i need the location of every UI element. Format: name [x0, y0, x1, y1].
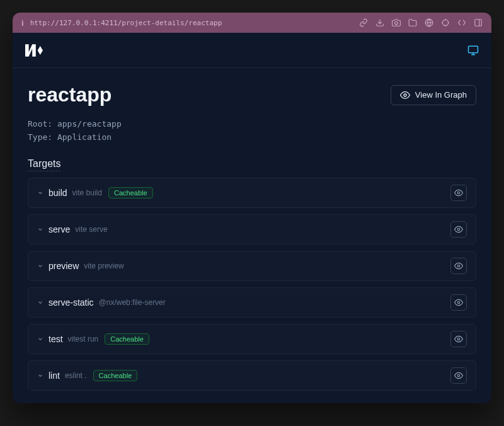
view-target-button[interactable]: [450, 221, 467, 238]
target-command: vite preview: [84, 262, 123, 270]
svg-point-17: [457, 265, 460, 267]
devtools-icon[interactable]: [457, 18, 466, 27]
view-target-button[interactable]: [450, 185, 467, 201]
svg-point-15: [457, 192, 460, 194]
title-row: reactapp View In Graph: [28, 83, 476, 106]
chevron-down-icon: [37, 226, 43, 233]
type-value: Application: [57, 132, 112, 142]
svg-point-20: [457, 374, 460, 377]
eye-icon: [454, 298, 463, 307]
eye-icon: [454, 225, 463, 234]
info-icon[interactable]: i: [21, 18, 24, 28]
eye-icon: [454, 188, 463, 197]
targets-heading: Targets: [28, 158, 60, 171]
monitor-icon[interactable]: [467, 45, 479, 56]
globe-icon[interactable]: [425, 18, 433, 27]
target-item-serve[interactable]: servevite serve: [28, 214, 476, 245]
browser-titlebar: i http://127.0.0.1:4211/project-details/…: [13, 13, 491, 33]
main-content: reactapp View In Graph Root: apps/reacta…: [13, 68, 491, 403]
eye-icon: [400, 90, 410, 100]
target-name: preview: [49, 261, 79, 271]
page-title: reactapp: [28, 83, 112, 106]
chevron-down-icon: [37, 190, 43, 196]
target-name: build: [49, 188, 67, 198]
target-name: serve-static: [49, 297, 94, 308]
target-command: vite build: [72, 188, 102, 197]
target-command: @nx/web:file-server: [99, 298, 166, 307]
eye-icon: [454, 262, 463, 270]
root-line: Root: apps/reactapp: [28, 118, 476, 131]
targets-list: buildvite buildCacheableservevite servep…: [28, 178, 476, 391]
target-command: vite serve: [75, 225, 107, 234]
chevron-down-icon: [37, 263, 43, 269]
svg-rect-11: [469, 46, 478, 53]
eye-icon: [454, 371, 463, 380]
view-target-button[interactable]: [450, 367, 467, 384]
meta-block: Root: apps/reactapp Type: Application: [28, 118, 476, 144]
target-command: eslint .: [65, 371, 87, 380]
cacheable-badge: Cacheable: [93, 370, 138, 381]
type-key: Type:: [28, 132, 52, 142]
root-key: Root:: [28, 119, 52, 129]
titlebar-left: i http://127.0.0.1:4211/project-details/…: [21, 18, 222, 28]
eye-icon: [454, 335, 463, 343]
target-item-serve-static[interactable]: serve-static@nx/web:file-server: [28, 287, 476, 318]
target-name: test: [49, 334, 63, 344]
titlebar-right: [359, 18, 483, 27]
view-target-button[interactable]: [450, 258, 467, 274]
view-target-button[interactable]: [450, 294, 467, 311]
target-name: serve: [49, 224, 70, 234]
app-header: [13, 33, 491, 68]
cacheable-badge: Cacheable: [108, 187, 153, 199]
target-item-preview[interactable]: previewvite preview: [28, 251, 476, 281]
root-value: apps/reactapp: [57, 119, 122, 129]
panel-icon[interactable]: [474, 18, 483, 27]
svg-point-19: [457, 338, 460, 340]
cacheable-badge: Cacheable: [105, 333, 149, 345]
target-item-build[interactable]: buildvite buildCacheable: [28, 178, 476, 208]
target-name: lint: [49, 371, 60, 381]
chevron-down-icon: [37, 299, 43, 306]
target-item-test[interactable]: testvitest runCacheable: [28, 324, 476, 354]
folder-icon[interactable]: [408, 18, 417, 27]
link-icon[interactable]: [359, 18, 368, 27]
svg-point-14: [404, 94, 406, 96]
app-window: i http://127.0.0.1:4211/project-details/…: [13, 13, 491, 403]
svg-point-18: [457, 301, 460, 304]
crosshair-icon[interactable]: [441, 18, 450, 27]
url-bar[interactable]: http://127.0.0.1:4211/project-details/re…: [30, 19, 222, 27]
view-target-button[interactable]: [450, 331, 467, 347]
svg-rect-9: [475, 20, 482, 26]
target-item-lint[interactable]: linteslint .Cacheable: [28, 360, 476, 391]
svg-point-16: [457, 228, 460, 231]
view-in-graph-button[interactable]: View In Graph: [391, 85, 476, 105]
download-icon[interactable]: [375, 18, 384, 27]
type-line: Type: Application: [28, 131, 476, 144]
chevron-down-icon: [37, 372, 43, 379]
view-graph-label: View In Graph: [415, 90, 467, 100]
target-command: vitest run: [68, 335, 99, 343]
chevron-down-icon: [37, 336, 43, 342]
svg-point-1: [395, 21, 398, 25]
camera-icon[interactable]: [392, 18, 401, 27]
svg-point-4: [442, 20, 448, 25]
nx-logo[interactable]: [25, 44, 43, 57]
